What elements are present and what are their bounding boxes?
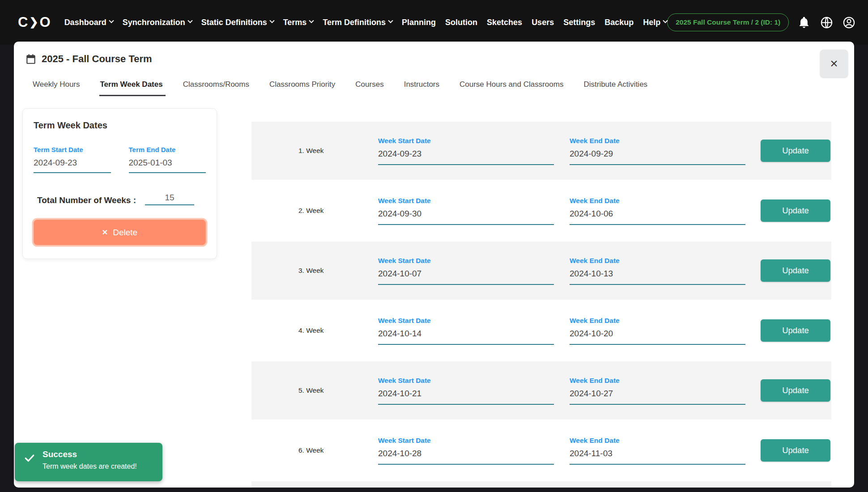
week-start-date-label: Week Start Date [378, 317, 554, 325]
week-row-1: 1. Week Week Start Date 2024-09-23 Week … [251, 122, 831, 180]
week-number-label: 6. Week [298, 446, 378, 454]
week-start-date-label: Week Start Date [378, 137, 554, 145]
notifications-bell-icon[interactable] [795, 13, 813, 31]
user-account-icon[interactable] [840, 13, 858, 31]
week-end-date-value: 2024-10-13 [570, 269, 745, 279]
term-start-date-label: Term Start Date [34, 146, 111, 153]
app-logo[interactable]: C ❯ O [18, 14, 51, 30]
term-week-dates-panel: Term Week Dates Term Start Date 2024-09-… [22, 108, 217, 259]
week-start-date-value: 2024-09-23 [378, 149, 554, 159]
week-start-date-label: Week Start Date [378, 377, 554, 385]
week-end-date-value: 2024-10-06 [570, 209, 745, 219]
tab-classrooms-rooms[interactable]: Classrooms/Rooms [182, 78, 252, 96]
top-navbar: C ❯ O Dashboard Synchronization Static D… [0, 0, 868, 45]
week-start-date-value: 2024-10-28 [378, 449, 554, 458]
logo-letter-c: C [18, 14, 28, 30]
week-end-date-label: Week End Date [570, 197, 745, 205]
term-end-date-field[interactable]: Term End Date 2025-01-03 [129, 146, 206, 173]
week-number-label: 1. Week [298, 147, 378, 155]
term-tabs: Weekly Hours Term Week Dates Classrooms/… [32, 78, 650, 96]
logo-letter-o: O [40, 14, 51, 30]
week-row-5: 5. Week Week Start Date 2024-10-21 Week … [251, 361, 831, 420]
tab-weekly-hours[interactable]: Weekly Hours [32, 78, 83, 96]
tab-courses[interactable]: Courses [354, 78, 386, 96]
nav-item-solution[interactable]: Solution [445, 18, 477, 27]
chevron-down-icon [309, 18, 314, 23]
dialog-header: 2025 - Fall Course Term [25, 53, 152, 65]
week-start-date-field[interactable]: Week Start Date 2024-10-14 [378, 317, 554, 345]
nav-item-backup[interactable]: Backup [604, 18, 634, 27]
nav-item-help[interactable]: Help [643, 18, 667, 27]
week-end-date-value: 2024-09-29 [570, 149, 745, 159]
week-start-date-field[interactable]: Week Start Date 2024-10-21 [378, 377, 554, 405]
week-start-date-field[interactable]: Week Start Date 2024-09-23 [378, 137, 554, 165]
term-details-dialog: 2025 - Fall Course Term × Weekly Hours T… [14, 42, 854, 488]
week-end-date-value: 2024-11-03 [570, 449, 745, 458]
toast-message: Term week dates are created! [43, 462, 137, 471]
page-title: 2025 - Fall Course Term [42, 53, 152, 65]
week-start-date-label: Week Start Date [378, 197, 554, 205]
week-number-label: 5. Week [298, 386, 378, 394]
week-end-date-label: Week End Date [570, 137, 745, 145]
total-weeks-label: Total Number of Weeks : [37, 195, 136, 205]
week-end-date-value: 2024-10-27 [570, 389, 745, 399]
x-icon: ✕ [102, 228, 108, 237]
nav-item-sketches[interactable]: Sketches [487, 18, 522, 27]
week-end-date-field[interactable]: Week End Date 2024-10-06 [570, 197, 745, 225]
toast-title: Success [43, 450, 137, 459]
term-end-date-label: Term End Date [129, 146, 206, 153]
week-start-date-label: Week Start Date [378, 437, 554, 445]
nav-item-settings[interactable]: Settings [563, 18, 595, 27]
week-row-6: 6. Week Week Start Date 2024-10-28 Week … [251, 421, 831, 479]
week-end-date-field[interactable]: Week End Date 2024-10-27 [570, 377, 745, 405]
week-end-date-field[interactable]: Week End Date 2024-10-20 [570, 317, 745, 345]
tab-classrooms-priority[interactable]: Classrooms Priority [268, 78, 338, 96]
nav-item-static-definitions[interactable]: Static Definitions [201, 18, 274, 27]
week-row-3: 3. Week Week Start Date 2024-10-07 Week … [251, 242, 831, 300]
nav-item-synchronization[interactable]: Synchronization [123, 18, 192, 27]
tab-term-week-dates[interactable]: Term Week Dates [99, 78, 166, 96]
week-rows-list: 1. Week Week Start Date 2024-09-23 Week … [251, 122, 831, 488]
week-number-label: 2. Week [298, 207, 378, 215]
update-button[interactable]: Update [761, 259, 830, 282]
nav-item-planning[interactable]: Planning [402, 18, 436, 27]
update-button[interactable]: Update [761, 199, 830, 222]
week-end-date-field[interactable]: Week End Date 2024-10-13 [570, 257, 745, 285]
week-end-date-value: 2024-10-20 [570, 329, 745, 339]
week-start-date-field[interactable]: Week Start Date 2024-10-28 [378, 437, 554, 465]
chevron-down-icon [388, 18, 393, 23]
success-toast: Success Term week dates are created! [15, 443, 162, 481]
nav-item-users[interactable]: Users [532, 18, 554, 27]
language-globe-icon[interactable] [817, 13, 835, 31]
tab-distribute-activities[interactable]: Distribute Activities [583, 78, 650, 96]
delete-button-label: Delete [113, 228, 137, 238]
close-dialog-button[interactable]: × [820, 50, 848, 77]
term-start-date-value: 2024-09-23 [34, 158, 111, 168]
week-start-date-value: 2024-10-14 [378, 329, 554, 339]
week-end-date-field[interactable]: Week End Date 2024-09-29 [570, 137, 745, 165]
week-end-date-field[interactable]: Week End Date 2024-11-03 [570, 437, 745, 465]
nav-item-terms[interactable]: Terms [283, 18, 314, 27]
active-term-selector-button[interactable]: 2025 Fall Course Term / 2 (ID: 1) [667, 13, 789, 31]
week-start-date-value: 2024-10-21 [378, 389, 554, 399]
week-row-4: 4. Week Week Start Date 2024-10-14 Week … [251, 301, 831, 360]
week-number-label: 4. Week [298, 327, 378, 335]
week-start-date-field[interactable]: Week Start Date 2024-10-07 [378, 257, 554, 285]
delete-button[interactable]: ✕ Delete [34, 220, 206, 245]
update-button[interactable]: Update [761, 439, 830, 462]
nav-menu: Dashboard Synchronization Static Definit… [64, 18, 668, 27]
chevron-down-icon [109, 18, 114, 23]
term-start-date-field[interactable]: Term Start Date 2024-09-23 [34, 146, 111, 173]
nav-item-dashboard[interactable]: Dashboard [64, 18, 113, 27]
tab-instructors[interactable]: Instructors [403, 78, 442, 96]
update-button[interactable]: Update [761, 319, 830, 342]
tab-course-hours-and-classrooms[interactable]: Course Hours and Classrooms [459, 78, 566, 96]
week-end-date-label: Week End Date [570, 377, 745, 385]
week-number-label: 3. Week [298, 267, 378, 275]
update-button[interactable]: Update [761, 379, 830, 402]
nav-item-term-definitions[interactable]: Term Definitions [323, 18, 392, 27]
total-weeks-input[interactable]: 15 [145, 193, 194, 205]
update-button[interactable]: Update [761, 140, 830, 162]
week-start-date-field[interactable]: Week Start Date 2024-09-30 [378, 197, 554, 225]
navbar-icons [795, 13, 858, 31]
